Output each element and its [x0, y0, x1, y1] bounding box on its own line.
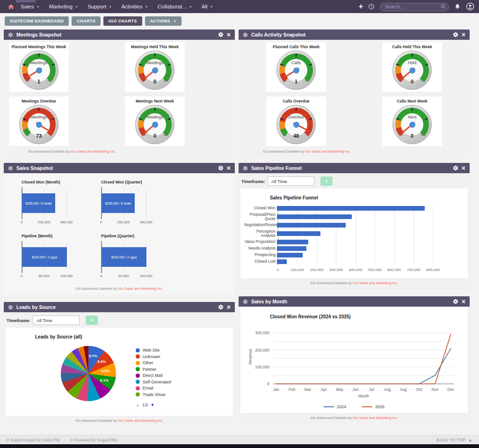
- dashlet-leads-by-source: Leads by Source × Timeframe: All Time ▼ …: [4, 302, 235, 426]
- settings-gear-icon[interactable]: [218, 304, 224, 310]
- legend-page-up-icon[interactable]: ▲: [136, 403, 140, 407]
- igo-credit-link[interactable]: IGo Sales and Marketing Inc.: [118, 286, 163, 291]
- tick-label: 50,000: [118, 274, 129, 278]
- bar-label: $295,000 / 8 deals: [105, 202, 131, 205]
- svg-text:Jan: Jan: [273, 387, 279, 392]
- gauge-card: Meetings Held This Week030Meetings0: [124, 42, 185, 92]
- close-icon[interactable]: ×: [462, 298, 465, 305]
- sales-snapshot-grid: Closed Won (Month)$295,000 / 8 deals0200…: [4, 173, 235, 280]
- legend-label: Unknown: [143, 354, 160, 359]
- actions-button[interactable]: ACTIONS▼: [145, 16, 182, 26]
- nav-right-icons: +: [359, 2, 474, 11]
- tick-label: 800,000: [426, 268, 440, 272]
- bar-track: [277, 258, 464, 265]
- close-icon[interactable]: ×: [462, 165, 465, 171]
- chevron-down-icon: ▼: [75, 5, 78, 8]
- igo-charts-button[interactable]: IGO CHARTS: [103, 16, 142, 26]
- gauge-card: Calls Overdue0Overdue48: [266, 96, 327, 147]
- home-button[interactable]: [5, 3, 17, 10]
- timeframe-select[interactable]: All Time: [268, 176, 314, 186]
- dashlet-sales-pipeline-funnel: Sales Pipeline Funnel × Timeframe: All T…: [239, 163, 470, 289]
- dashlet-credit: IGo Advanced Dashlets by IGo Sales and M…: [239, 278, 470, 289]
- nav-item-activities[interactable]: Activities▼: [121, 4, 148, 9]
- charts-button[interactable]: CHARTS: [72, 16, 101, 26]
- right-column: Calls Activity Snapshot × Planned Calls …: [239, 29, 470, 431]
- suitecrm-dashboard-button[interactable]: SUITECRM DASHBOARD: [5, 16, 69, 26]
- funnel-row: Prospecting: [244, 252, 464, 258]
- igo-credit-link[interactable]: IGo Sales and Marketing Inc.: [353, 416, 398, 420]
- igo-credit-link[interactable]: IGo Sales and Marketing Inc.: [353, 281, 398, 285]
- user-profile-icon[interactable]: [466, 2, 474, 11]
- svg-text:Mar: Mar: [305, 387, 312, 392]
- svg-text:Month: Month: [358, 394, 369, 398]
- dashlet-body: Timeframe: All Time ▼ Sales Pipeline Fun…: [239, 173, 470, 289]
- gauge-value: 73: [20, 133, 58, 139]
- tick-label: 200,000: [310, 268, 323, 272]
- gauge-card: Planned Meetings This Week030Meetings1: [8, 42, 69, 92]
- svg-text:Apr: Apr: [320, 387, 327, 392]
- bar: [277, 253, 303, 257]
- svg-text:Revenue: Revenue: [248, 349, 253, 365]
- nav-menu: Sales▼ Marketing▼ Support▼ Activities▼ C…: [21, 4, 359, 9]
- gauge-label: Next: [393, 115, 431, 119]
- legend-pager: ▲ 1/2 ▼: [136, 403, 171, 407]
- nav-item-marketing[interactable]: Marketing▼: [49, 4, 78, 9]
- mini-chart-title: Closed Won (Month): [22, 180, 101, 184]
- svg-text:0: 0: [267, 382, 269, 386]
- svg-text:Oct: Oct: [416, 387, 422, 392]
- settings-gear-icon[interactable]: [218, 32, 224, 37]
- settings-gear-icon[interactable]: [453, 32, 458, 37]
- timeframe-select[interactable]: All Time: [33, 316, 80, 325]
- gauge-dial: 030Calls1: [276, 51, 316, 90]
- x-axis-ticks: 050,000100,000: [101, 274, 162, 280]
- category-label: Proposal/Price Quote: [244, 213, 277, 221]
- settings-gear-icon[interactable]: [453, 165, 458, 171]
- settings-gear-icon[interactable]: [453, 299, 458, 304]
- search-icon[interactable]: [441, 4, 446, 9]
- nav-item-all[interactable]: All▼: [202, 4, 213, 9]
- mini-chart-title: Pipeline (Quarter): [101, 234, 181, 238]
- close-icon[interactable]: ×: [227, 31, 231, 38]
- recently-viewed-clock-icon[interactable]: [368, 3, 375, 10]
- gauge-label: Meetings: [20, 60, 58, 65]
- bar: [277, 223, 346, 228]
- legend-item: 2024: [324, 404, 346, 409]
- search-input[interactable]: [380, 3, 449, 11]
- gauge-card-title: Meetings Overdue: [9, 99, 69, 103]
- back-to-top-button[interactable]: BACK TO TOP▲: [436, 438, 472, 442]
- funnel-row: Proposal/Price Quote: [244, 212, 464, 222]
- bar: [277, 246, 306, 251]
- timeframe-dropdown-button[interactable]: ▼: [86, 316, 98, 325]
- nav-item-collaboration[interactable]: Collaborat...▼: [158, 4, 192, 9]
- tick-label: 200,000: [117, 220, 130, 224]
- igo-credit-link[interactable]: IGo Sales and Marketing Inc.: [70, 149, 116, 154]
- gauge-dial: 0Overdue48: [276, 105, 316, 144]
- settings-gear-icon[interactable]: [218, 165, 224, 171]
- close-icon[interactable]: ×: [462, 31, 465, 38]
- quick-create-plus-icon[interactable]: +: [359, 3, 363, 10]
- close-icon[interactable]: ×: [227, 304, 231, 310]
- mini-bar-chart: Pipeline (Quarter)$100,000 / 2 opps050,0…: [101, 234, 181, 280]
- tick-label: 0: [100, 220, 102, 224]
- legend-page-down-icon[interactable]: ▼: [150, 403, 154, 407]
- pie-percent-label: 8.1%: [100, 378, 109, 382]
- gauge-card: Planned Calls This Week030Calls1: [266, 42, 327, 92]
- timeframe-dropdown-button[interactable]: ▼: [320, 176, 333, 186]
- gauge-value: 0: [393, 133, 431, 139]
- x-axis-ticks: 0100,000200,000300,000400,000500,000600,…: [278, 268, 462, 274]
- nav-item-sales[interactable]: Sales▼: [21, 4, 40, 9]
- dashlet-header: Sales Pipeline Funnel ×: [239, 163, 470, 173]
- funnel-rows: Closed WonProposal/Price QuoteNegotiatio…: [244, 205, 464, 265]
- legend-page-indicator: 1/2: [142, 403, 148, 407]
- legend-label: Other: [143, 360, 153, 365]
- nav-item-support[interactable]: Support▼: [87, 4, 112, 9]
- dashlet-credit: IGo Advanced Dashlets by IGo Sales and M…: [4, 147, 235, 157]
- gauge-tick: [296, 108, 297, 111]
- notifications-bell-icon[interactable]: [454, 3, 461, 10]
- gauge-card: Calls Held This Week030Held0: [382, 42, 443, 92]
- igo-credit-link[interactable]: IGo Sales and Marketing Inc.: [118, 419, 163, 423]
- pie-chart-title: Leads by Source (all): [35, 334, 229, 339]
- igo-credit-link[interactable]: IGo Sales and Marketing Inc.: [305, 149, 350, 154]
- dashlet-body: Closed Won (Month)$295,000 / 8 deals0200…: [4, 173, 235, 294]
- close-icon[interactable]: ×: [227, 165, 231, 171]
